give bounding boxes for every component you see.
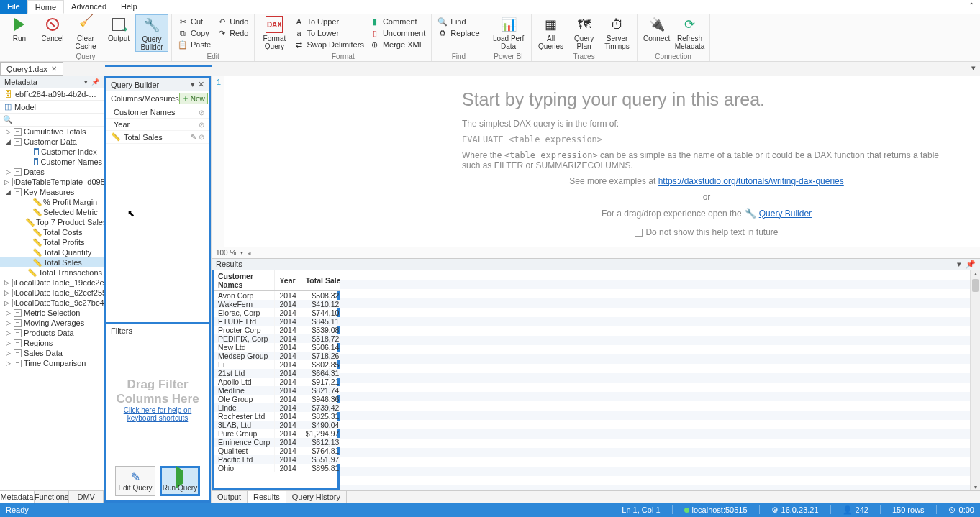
tree-leaf[interactable]: 📏Total Transactions bbox=[0, 267, 104, 278]
table-row[interactable]: Apollo Ltd2014$917,216.60 bbox=[214, 378, 358, 386]
close-tab-icon[interactable]: ✕ bbox=[51, 65, 57, 73]
tree-node[interactable]: ▷LocalDateTable_9c27bc4e- bbox=[0, 298, 104, 308]
keyboard-shortcuts-link[interactable]: Click here for help onkeyboard shortcuts bbox=[124, 406, 192, 422]
to-lower-button[interactable]: aTo Lower bbox=[291, 27, 366, 39]
connect-button[interactable]: 🔌Connect bbox=[640, 14, 673, 42]
format-query-button[interactable]: DAXFormat Query bbox=[258, 14, 291, 50]
table-row[interactable]: Pacific Ltd2014$551,972.80 bbox=[214, 455, 358, 464]
server-timings-button[interactable]: ⏱Server Timings bbox=[601, 14, 634, 50]
tree-leaf[interactable]: Customer Names bbox=[0, 157, 104, 167]
query-editor[interactable]: Start by typing your query in this area.… bbox=[224, 76, 980, 247]
open-qb-link[interactable]: Query Builder bbox=[759, 209, 812, 219]
tree-node[interactable]: ▷Time Comparison bbox=[0, 358, 104, 368]
tree-leaf[interactable]: 📏Selected Metric bbox=[0, 207, 104, 217]
qb-close-icon[interactable]: ✕ bbox=[198, 80, 204, 89]
find-button[interactable]: 🔍Find bbox=[435, 16, 482, 27]
qb-new-button[interactable]: ＋New bbox=[179, 93, 208, 104]
tree-node[interactable]: ◢Key Measures bbox=[0, 187, 104, 197]
to-upper-button[interactable]: ATo Upper bbox=[291, 16, 366, 27]
zoom-level[interactable]: 100 % bbox=[216, 249, 236, 257]
results-pin-icon[interactable]: 📌 bbox=[966, 260, 976, 269]
metadata-search-input[interactable] bbox=[13, 115, 112, 124]
tab-results[interactable]: Results bbox=[248, 491, 286, 503]
table-row[interactable]: Rochester Ltd2014$825,312.70 bbox=[214, 412, 358, 421]
edit-query-button[interactable]: ✎Edit Query bbox=[115, 466, 155, 496]
table-row[interactable]: Pure Group2014$1,294,976.00 bbox=[214, 429, 358, 438]
output-button[interactable]: Output bbox=[102, 14, 135, 42]
metadata-tree[interactable]: ▷Cumulative Totals◢Customer DataCustomer… bbox=[0, 127, 104, 490]
column-header[interactable]: Customer Names bbox=[214, 270, 275, 291]
replace-button[interactable]: ♻Replace bbox=[435, 27, 482, 39]
tab-query-history[interactable]: Query History bbox=[286, 491, 347, 503]
zoom-dropdown-icon[interactable]: ▾ bbox=[240, 250, 243, 256]
tree-leaf[interactable]: 📏% Profit Margin bbox=[0, 197, 104, 207]
redo-button[interactable]: ↷Redo bbox=[214, 27, 251, 39]
scroll-down-icon[interactable]: ▾ bbox=[971, 484, 980, 490]
zoom-nav-left-icon[interactable]: ◂ bbox=[248, 250, 251, 257]
qb-item[interactable]: Year ⊘ bbox=[106, 119, 209, 131]
document-tab[interactable]: Query1.dax ✕ bbox=[0, 62, 63, 76]
table-row[interactable]: Medline2014$821,741.60 bbox=[214, 386, 358, 395]
tree-node[interactable]: ▷Metric Selection bbox=[0, 308, 104, 318]
tree-node[interactable]: ▷Moving Averages bbox=[0, 318, 104, 328]
table-row[interactable]: Medsep Group2014$718,266.80 bbox=[214, 352, 358, 360]
tree-node[interactable]: ▷Sales Data bbox=[0, 348, 104, 358]
load-perf-button[interactable]: 📊Load Perf Data bbox=[489, 14, 528, 50]
column-header[interactable]: Year bbox=[275, 270, 301, 291]
tutorials-link[interactable]: https://daxstudio.org/tutorials/writing-… bbox=[658, 176, 844, 186]
table-row[interactable]: Elorac, Corp2014$744,108.70 bbox=[214, 308, 358, 317]
tab-metadata[interactable]: Metadata bbox=[0, 491, 35, 503]
table-row[interactable]: 21st Ltd2014$664,318.40 bbox=[214, 369, 358, 378]
tab-output[interactable]: Output bbox=[212, 491, 248, 503]
scroll-up-icon[interactable]: ▴ bbox=[971, 270, 980, 277]
all-queries-button[interactable]: ▦All Queries bbox=[535, 14, 568, 50]
table-row[interactable]: Ole Group2014$946,361.60 bbox=[214, 395, 358, 403]
ribbon-collapse-icon[interactable]: ⌃ bbox=[963, 0, 980, 14]
refresh-metadata-button[interactable]: ⟳Refresh Metadata bbox=[673, 14, 707, 50]
tree-node[interactable]: ▷Regions bbox=[0, 338, 104, 348]
table-row[interactable]: Linde2014$739,425.40 bbox=[214, 403, 358, 412]
undo-button[interactable]: ↶Undo bbox=[214, 16, 251, 27]
tree-node[interactable]: ▷Dates bbox=[0, 167, 104, 177]
tree-node[interactable]: ◢Customer Data bbox=[0, 137, 104, 147]
table-row[interactable]: PEDIFIX, Corp2014$518,720.70 bbox=[214, 334, 358, 343]
table-row[interactable]: 3LAB, Ltd2014$490,044.70 bbox=[214, 421, 358, 429]
run-query-button[interactable]: Run Query bbox=[160, 466, 200, 496]
tab-advanced[interactable]: Advanced bbox=[64, 0, 114, 14]
table-row[interactable]: ETUDE Ltd2014$845,117.90 bbox=[214, 317, 358, 326]
tree-leaf[interactable]: 📏Total Sales bbox=[0, 257, 104, 267]
paste-button[interactable]: 📋Paste bbox=[175, 39, 214, 50]
model-selector[interactable]: ◫ Model bbox=[0, 101, 104, 114]
table-row[interactable]: Ei2014$802,854.30 bbox=[214, 360, 358, 369]
tab-file[interactable]: File bbox=[0, 0, 27, 14]
qb-item[interactable]: 📏Total Sales✎ ⊘ bbox=[106, 131, 209, 144]
results-table[interactable]: Customer NamesYearTotal SalesAvon Corp20… bbox=[214, 270, 359, 472]
metadata-options-icon[interactable]: ▾ 📌 bbox=[84, 78, 99, 86]
filters-dropzone[interactable]: Drag Filter Columns Here Click here for … bbox=[106, 337, 209, 462]
results-dropdown-icon[interactable]: ▾ bbox=[957, 260, 961, 269]
tree-node[interactable]: ▷Products Data bbox=[0, 328, 104, 338]
table-row[interactable]: Ohio2014$895,810.10 bbox=[214, 464, 358, 472]
tree-leaf[interactable]: 📏Total Costs bbox=[0, 227, 104, 237]
scroll-thumb[interactable] bbox=[972, 279, 979, 292]
swap-delim-button[interactable]: ⇄Swap Delimiters bbox=[291, 39, 366, 50]
run-button[interactable]: Run bbox=[3, 14, 36, 42]
clear-cache-button[interactable]: Clear Cache bbox=[69, 14, 102, 50]
hide-help-checkbox[interactable] bbox=[635, 229, 643, 237]
tree-leaf[interactable]: 📏Total Quantity bbox=[0, 247, 104, 257]
tree-leaf[interactable]: 📏Total Profits bbox=[0, 237, 104, 247]
table-row[interactable]: New Ltd2014$506,144.80 bbox=[214, 343, 358, 352]
query-builder-button[interactable]: 🔧Query Builder bbox=[135, 14, 168, 52]
cut-button[interactable]: ✂Cut bbox=[175, 16, 214, 27]
tree-node[interactable]: ▷DateTableTemplate_d095fb bbox=[0, 177, 104, 187]
table-row[interactable]: WakeFern2014$410,127.10 bbox=[214, 300, 358, 308]
qb-dropdown-icon[interactable]: ▾ bbox=[191, 80, 195, 89]
copy-button[interactable]: ⧉Copy bbox=[175, 27, 214, 39]
cancel-button[interactable]: Cancel bbox=[36, 14, 69, 42]
tabs-dropdown-icon[interactable]: ▾ bbox=[967, 62, 980, 76]
tree-node[interactable]: ▷Cumulative Totals bbox=[0, 127, 104, 137]
tree-leaf[interactable]: Customer Index bbox=[0, 147, 104, 157]
comment-button[interactable]: ▮Comment bbox=[367, 16, 428, 27]
uncomment-button[interactable]: ▯Uncomment bbox=[367, 27, 428, 39]
table-row[interactable]: Eminence Corp2014$612,138.80 bbox=[214, 438, 358, 447]
